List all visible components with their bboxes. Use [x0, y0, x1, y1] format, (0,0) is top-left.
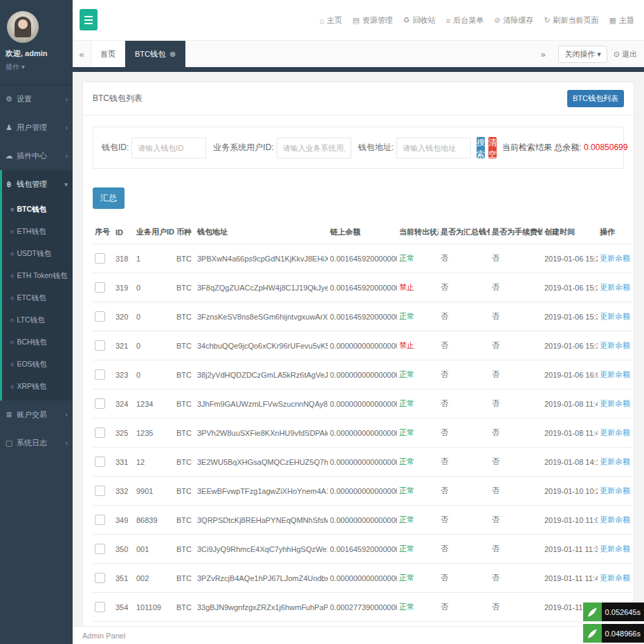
avatar[interactable] [7, 11, 39, 43]
cell-is-summary-wallet: 否 [439, 477, 490, 506]
logout-button[interactable]: ⊙ 退出 [614, 49, 637, 59]
cell-business-user-id: 002 [134, 564, 174, 593]
update-balance-link[interactable]: 更新余额 [600, 254, 630, 262]
sidebar-item-eth-wallet[interactable]: ○ ETH钱包 [2, 221, 73, 243]
update-balance-link[interactable]: 更新余额 [600, 399, 630, 407]
cell-is-summary-wallet: 否 [439, 535, 490, 564]
row-checkbox[interactable] [95, 486, 105, 496]
wallet-list-button[interactable]: BTC钱包列表 [567, 90, 624, 107]
topnav-item-refresh-page[interactable]: ↻ 刷新当前页面 [544, 15, 598, 26]
cell-chain-balance: 0.00000000000000000 [328, 418, 397, 448]
row-checkbox[interactable] [95, 311, 105, 322]
row-checkbox[interactable] [95, 427, 105, 438]
summary-button[interactable]: 汇总 [93, 187, 125, 209]
sidebar-item-xrp-wallet[interactable]: ○ XRP钱包 [2, 376, 73, 398]
row-checkbox[interactable] [95, 515, 105, 525]
sidebar-item-eos-wallet[interactable]: ○ EOS钱包 [2, 353, 73, 376]
update-balance-link[interactable]: 更新余额 [600, 486, 630, 495]
cell-is-fee-wallet: 否 [490, 535, 542, 564]
cell-id: 349 [113, 506, 134, 535]
sidebar-item-plugin-center[interactable]: ☁ 插件中心 ‹ [0, 142, 73, 170]
sidebar-item-ltc-wallet[interactable]: ○ LTC钱包 [2, 309, 73, 331]
sidebar-item-etc-wallet[interactable]: ○ ETC钱包 [2, 287, 73, 309]
sidebar-item-system-log[interactable]: ▢ 系统日志 ‹ [0, 429, 73, 457]
cell-chain-balance: 0.00164592000000000 [328, 244, 397, 273]
sidebar-item-wallet-management[interactable]: ฿ 钱包管理 ▾ [2, 170, 73, 199]
main-area: ⌂ 主页 ▤ 资源管理 ♻ 回收站 ≡ 后台菜单 ⊘ 清除缓存 ↻ 刷新当前页面… [73, 0, 644, 644]
topnav-item-theme[interactable]: ▦ 主题 [609, 15, 634, 26]
sidebar-item-settings[interactable]: ⚙ 设置 ‹ [0, 85, 73, 113]
cell-wallet-address: 3PZvRzcjB4AQe1hPJ67LJomZ4UodbxdyGG [195, 564, 328, 593]
wallet-id-input[interactable] [131, 138, 206, 158]
update-balance-link[interactable]: 更新余额 [600, 573, 630, 582]
topnav-item-recycle-bin[interactable]: ♻ 回收站 [403, 15, 436, 26]
close-operations-dropdown[interactable]: 关闭操作 ▾ [558, 46, 607, 63]
row-checkbox[interactable] [95, 544, 105, 554]
tab-home[interactable]: 首页 [91, 41, 125, 67]
update-balance-link[interactable]: 更新余额 [600, 544, 630, 553]
table-row: 318 1 BTC 3PBXwN4a66ps9cpGdN1KjKkvJ8EHiX… [93, 244, 632, 273]
sidebar-item-eth-token-wallet[interactable]: ○ ETH Token钱包 [2, 265, 73, 287]
cell-created-time: 2019-01-08 11:44 [542, 389, 598, 418]
circle-bullet-icon: ○ [10, 228, 14, 235]
row-checkbox[interactable] [95, 340, 105, 351]
user-id-input[interactable] [277, 138, 351, 158]
cell-business-user-id: 0 [134, 360, 174, 389]
tabs-scroll-right-icon[interactable]: » [534, 49, 552, 59]
panel-heading: BTC钱包列表 BTC钱包列表 [83, 82, 634, 116]
debug-trace-badge[interactable]: 0.052645s [583, 602, 644, 621]
cell-is-fee-wallet: 否 [490, 593, 542, 622]
row-checkbox[interactable] [95, 573, 105, 583]
welcome-text: 欢迎, admin [6, 48, 67, 59]
topnav-item-home[interactable]: ⌂ 主页 [320, 15, 342, 26]
cell-is-fee-wallet: 否 [490, 302, 542, 331]
cell-chain-balance: 0.00164592000000000 [328, 273, 397, 302]
profile-action-dropdown[interactable]: 操作 ▾ [6, 62, 67, 72]
cell-created-time: 2019-01-08 14:16 [542, 448, 598, 477]
cell-coin: BTC [174, 302, 195, 331]
update-balance-link[interactable]: 更新余额 [600, 341, 630, 349]
row-checkbox[interactable] [95, 398, 105, 409]
close-icon[interactable]: ⊗ [169, 50, 176, 59]
wallet-management-section: ฿ 钱包管理 ▾ ○ BTC钱包 ○ ETH钱包 ○ USDT钱包 ○ ETH … [0, 170, 73, 401]
row-checkbox[interactable] [95, 253, 105, 264]
table-row: 324 1234 BTC 3JhFm9GAUWzmLFVwSzucnnNQAy8… [93, 389, 632, 418]
footer: Admin Panel [73, 626, 644, 644]
cell-wallet-address: 3FznsKeSV8ns8eSGm6hijntvgxuwArXwgR [195, 302, 328, 331]
sidebar-toggle-button[interactable] [80, 9, 98, 30]
tabs-scroll-left-icon[interactable]: « [73, 41, 91, 67]
tab-btc-wallet[interactable]: BTC钱包 ⊗ [125, 41, 185, 67]
row-checkbox[interactable] [95, 602, 105, 612]
sidebar-item-account-trade[interactable]: ≣ 账户交易 ‹ [0, 401, 73, 429]
cell-coin: BTC [174, 360, 195, 389]
cell-business-user-id: 1235 [134, 418, 174, 448]
topnav-item-backend-menu[interactable]: ≡ 后台菜单 [446, 15, 484, 26]
table-row: 351 002 BTC 3PZvRzcjB4AQe1hPJ67LJomZ4Uod… [93, 564, 632, 593]
update-balance-link[interactable]: 更新余额 [600, 283, 630, 291]
sidebar-item-btc-wallet[interactable]: ○ BTC钱包 [2, 199, 73, 221]
update-balance-link[interactable]: 更新余额 [600, 428, 630, 436]
chevron-left-icon: ‹ [66, 124, 68, 131]
topnav-item-resources[interactable]: ▤ 资源管理 [352, 15, 392, 26]
address-input[interactable] [396, 138, 471, 158]
sidebar-item-user-management[interactable]: ♟ 用户管理 ‹ [0, 113, 73, 142]
row-checkbox[interactable] [95, 282, 105, 293]
sidebar-item-bch-wallet[interactable]: ○ BCH钱包 [2, 331, 73, 353]
cell-is-fee-wallet: 否 [490, 331, 542, 360]
cell-coin: BTC [174, 244, 195, 273]
row-checkbox[interactable] [95, 369, 105, 380]
row-checkbox[interactable] [95, 457, 105, 467]
clear-button[interactable]: 清空 [488, 137, 497, 158]
update-balance-link[interactable]: 更新余额 [600, 370, 630, 378]
sidebar-item-usdt-wallet[interactable]: ○ USDT钱包 [2, 243, 73, 265]
cell-is-fee-wallet: 否 [490, 506, 542, 535]
debug-trace-badge[interactable]: 0.048966s [583, 624, 644, 643]
search-button[interactable]: 搜索 [477, 137, 485, 158]
cell-coin: BTC [174, 448, 195, 477]
cell-id: 323 [113, 360, 134, 389]
gear-icon: ⚙ [5, 95, 13, 104]
update-balance-link[interactable]: 更新余额 [600, 312, 630, 320]
topnav-item-clear-cache[interactable]: ⊘ 清除缓存 [494, 15, 533, 26]
update-balance-link[interactable]: 更新余额 [600, 515, 630, 524]
update-balance-link[interactable]: 更新余额 [600, 457, 630, 466]
